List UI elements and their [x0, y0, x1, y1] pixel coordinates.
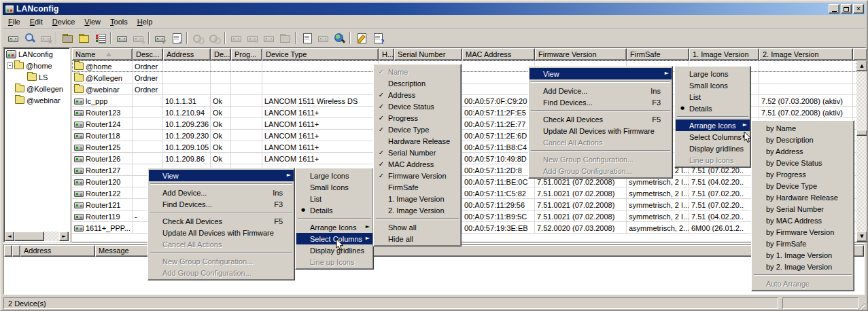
menu-item-view[interactable]: View►	[149, 170, 294, 181]
menu-item-by-address[interactable]: by Address	[752, 145, 853, 157]
menu-item-device-type[interactable]: ✓Device Type	[375, 124, 460, 135]
scrollbar-thumb[interactable]	[14, 232, 44, 241]
column-header-1-image-version[interactable]: 1. Image Version	[689, 48, 759, 60]
menu-item-display-gridlines[interactable]: Display gridlines	[296, 244, 372, 256]
tree-horizontal-scrollbar[interactable]: ◄ ►	[5, 232, 69, 241]
tree-item-lanconfig[interactable]: LANconfig	[4, 48, 69, 60]
scroll-left-icon[interactable]: ◄	[5, 232, 14, 241]
menu-help[interactable]: Help	[133, 16, 158, 27]
configure-device-button[interactable]	[114, 31, 130, 46]
menu-item-by-1-image-version[interactable]: by 1. Image Version	[752, 249, 853, 261]
menu-item-cancel-all-actions[interactable]: Cancel All Actions	[149, 238, 294, 250]
tree-item-webinar[interactable]: @webinar	[4, 94, 69, 106]
column-header-desc[interactable]: Desc...	[133, 48, 163, 60]
tree-item-kollegen[interactable]: @Kollegen	[4, 83, 69, 94]
menu-item-by-firmware-version[interactable]: by Firmware Version	[752, 226, 853, 238]
menu-item-select-columns[interactable]: Select Columns►	[296, 233, 372, 244]
menu-item-details[interactable]: ●Details	[676, 103, 750, 114]
column-header-address[interactable]: Address	[163, 48, 211, 60]
tree-item-ls[interactable]: LS	[4, 71, 69, 83]
config-delete-button[interactable]: ✕	[244, 31, 260, 46]
config-edit-button[interactable]	[228, 31, 244, 46]
column-header-firmsafe[interactable]: FirmSafe	[627, 48, 689, 60]
menu-view[interactable]: View	[80, 16, 105, 27]
menu-item-serial-number[interactable]: ✓Serial Number	[375, 147, 460, 158]
menu-item-firmsafe[interactable]: FirmSafe	[375, 181, 460, 193]
menu-item-list[interactable]: List	[676, 91, 750, 103]
menu-item-mac-address[interactable]: ✓MAC Address	[375, 158, 460, 170]
scroll-up-icon[interactable]: ▲	[856, 60, 867, 71]
menu-item-list[interactable]: List	[296, 193, 372, 204]
column-header-serial-number[interactable]: Serial Number	[394, 48, 462, 60]
menu-item-line-up-icons[interactable]: Line up Icons	[296, 256, 372, 268]
menu-device[interactable]: Device	[48, 16, 80, 27]
firmware-upload-button[interactable]	[190, 31, 206, 46]
column-header-firmware-version[interactable]: Firmware Version	[535, 48, 627, 60]
menu-item-update-all-devices-with-firmware[interactable]: Update All Devices with Firmware	[530, 125, 672, 136]
menu-item-device-status[interactable]: ✓Device Status	[375, 100, 460, 112]
menu-item-small-icons[interactable]: Small Icons	[676, 79, 750, 91]
message-column-address[interactable]: Address	[20, 245, 95, 257]
column-header-de[interactable]: De...	[211, 48, 231, 60]
menu-item-address[interactable]: ✓Address	[375, 89, 460, 100]
column-header-device-type[interactable]: Device Type	[262, 48, 379, 60]
column-header-name[interactable]: Name	[72, 48, 133, 60]
menu-item-add-group-configuration[interactable]: Add Group Configuration...	[149, 267, 294, 278]
menu-item-progress[interactable]: ✓Progress	[375, 112, 460, 124]
help-button[interactable]: ?	[369, 31, 385, 46]
menu-item-by-hardware-release[interactable]: by Hardware Release	[752, 191, 853, 203]
menu-item-2-image-version[interactable]: 2. Image Version	[375, 204, 460, 216]
delete-device-button[interactable]: ✕	[37, 31, 54, 46]
message-column-empty[interactable]	[4, 245, 12, 257]
menu-item-description[interactable]: Description	[375, 77, 460, 89]
menu-item-small-icons[interactable]: Small Icons	[296, 181, 372, 193]
menu-item-find-devices[interactable]: Find Devices...F3	[530, 96, 672, 108]
menu-item-add-group-configuration[interactable]: Add Group Configuration...	[530, 165, 672, 177]
menu-tools[interactable]: Tools	[105, 16, 133, 27]
column-header-prog[interactable]: Prog...	[231, 48, 262, 60]
menu-item-by-name[interactable]: by Name	[752, 122, 853, 134]
config-archive-button[interactable]	[277, 31, 293, 46]
quick-config-button[interactable]	[315, 31, 331, 46]
scrollbar-track[interactable]	[856, 71, 867, 231]
scrollbar-track[interactable]	[44, 232, 59, 241]
tree-expander-icon[interactable]: -	[7, 62, 13, 69]
menu-item-arrange-icons[interactable]: Arrange Icons►	[676, 120, 750, 131]
menu-item-add-device[interactable]: Add Device...Ins	[530, 85, 672, 96]
scrollbar-thumb[interactable]	[856, 130, 867, 136]
menu-item-by-mac-address[interactable]: by MAC Address	[752, 215, 853, 226]
scroll-right-icon[interactable]: ►	[59, 232, 69, 241]
menu-item-line-up-icons[interactable]: Line up Icons	[676, 154, 750, 166]
title-bar[interactable]: LANconfig ✕	[3, 3, 865, 15]
open-folder-button[interactable]	[59, 31, 75, 46]
menu-item-new-group-configuration[interactable]: New Group Configuration...	[149, 255, 294, 267]
menu-item-firmware-version[interactable]: ✓Firmware Version	[375, 170, 460, 181]
column-header-mac-address[interactable]: MAC Address	[462, 48, 535, 60]
close-button[interactable]: ✕	[853, 4, 864, 14]
menu-item-view[interactable]: View►	[530, 68, 672, 79]
find-devices-button[interactable]	[21, 31, 37, 46]
menu-item-by-2-image-version[interactable]: by 2. Image Version	[752, 261, 853, 272]
menu-item-update-all-devices-with-firmware[interactable]: Update All Devices with Firmware	[149, 227, 294, 238]
menu-item-by-serial-number[interactable]: by Serial Number	[752, 203, 853, 215]
add-device-button[interactable]	[5, 31, 21, 46]
menu-item-check-all-devices[interactable]: Check All DevicesF5	[149, 215, 294, 227]
menu-item-large-icons[interactable]: Large Icons	[676, 68, 750, 79]
menu-item-by-progress[interactable]: by Progress	[752, 168, 853, 180]
menu-item-select-columns[interactable]: Select Columns►	[676, 131, 750, 143]
browse-device-button[interactable]	[331, 31, 347, 46]
menu-item-by-firmsafe[interactable]: by FirmSafe	[752, 238, 853, 249]
select-columns-button[interactable]	[92, 31, 108, 46]
exchange-config-button[interactable]: »	[130, 31, 146, 46]
tree-item-home[interactable]: -@home	[4, 60, 69, 71]
vertical-scrollbar[interactable]: ▲ ▼	[856, 60, 867, 242]
minimize-button[interactable]	[829, 4, 839, 14]
menu-item-hardware-release[interactable]: Hardware Release	[375, 135, 460, 147]
menu-item-auto-arrange[interactable]: Auto Arrange	[752, 278, 853, 289]
message-column-empty[interactable]	[12, 245, 20, 257]
setup-wizard-button[interactable]	[353, 31, 369, 46]
menu-item-by-description[interactable]: by Description	[752, 134, 853, 145]
menu-file[interactable]: File	[3, 16, 25, 27]
column-header-h[interactable]: H...	[379, 48, 394, 60]
menu-item-check-all-devices[interactable]: Check All DevicesF5	[530, 113, 672, 125]
